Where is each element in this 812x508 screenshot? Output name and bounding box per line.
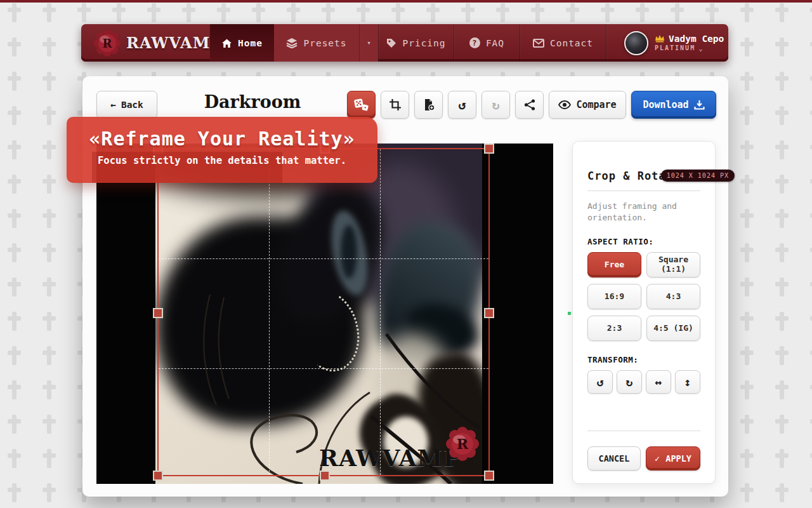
banner-subtitle: Focus strictly on the details that matte… bbox=[67, 155, 377, 166]
crop-handle-bottom-center[interactable] bbox=[320, 471, 330, 481]
flip-horizontal-icon: ↔ bbox=[655, 375, 662, 389]
rotate-left-icon: ↺ bbox=[597, 375, 604, 389]
brand-name: RAWVAMP bbox=[126, 34, 222, 52]
presets-dropdown-caret[interactable]: ▾ bbox=[359, 24, 378, 62]
page-title: Darkroom bbox=[195, 92, 310, 112]
undo-icon: ↺ bbox=[458, 97, 466, 112]
flip-vertical-icon: ↕ bbox=[684, 375, 691, 389]
editor-canvas: RAWVAMP R bbox=[96, 144, 553, 484]
crop-grid-line bbox=[380, 149, 381, 475]
panel-description: Adjust framing and orientation. bbox=[587, 201, 700, 223]
random-preset-button[interactable] bbox=[347, 91, 376, 119]
envelope-icon bbox=[533, 39, 544, 48]
banner-title: «Reframe Your Reality» bbox=[67, 128, 377, 150]
divider bbox=[587, 431, 700, 431]
aspect-4-5-ig-button[interactable]: 4:5 (IG) bbox=[646, 316, 700, 341]
crop-handle-middle-left[interactable] bbox=[153, 308, 163, 318]
crop-rotate-panel: Crop & Rotate 1024 X 1024 PX Adjust fram… bbox=[572, 141, 716, 484]
crop-tool-button[interactable] bbox=[381, 91, 409, 119]
svg-text:R: R bbox=[103, 37, 113, 50]
back-arrow-icon: ← bbox=[110, 100, 116, 110]
flip-vertical-button[interactable]: ↕ bbox=[675, 370, 700, 394]
aspect-free-button[interactable]: Free bbox=[587, 252, 641, 277]
brand-logo[interactable]: R RAWVAMP bbox=[81, 24, 210, 62]
image-size-badge: 1024 X 1024 PX bbox=[661, 170, 735, 182]
home-icon bbox=[221, 38, 232, 48]
crop-handle-middle-right[interactable] bbox=[484, 308, 494, 318]
aspect-ratio-label: ASPECT RATIO: bbox=[587, 237, 700, 246]
undo-button[interactable]: ↺ bbox=[448, 91, 476, 119]
cancel-button[interactable]: CANCEL bbox=[587, 446, 641, 471]
layers-icon bbox=[286, 37, 298, 48]
crop-grid-line bbox=[159, 258, 488, 259]
redo-button[interactable]: ↻ bbox=[481, 91, 510, 119]
compare-button[interactable]: Compare bbox=[549, 91, 626, 119]
rotate-right-icon: ↻ bbox=[626, 375, 633, 389]
rotate-right-button[interactable]: ↻ bbox=[617, 370, 642, 394]
transform-buttons: ↺ ↻ ↔ ↕ bbox=[587, 370, 700, 394]
crown-icon bbox=[655, 34, 665, 43]
aspect-16-9-button[interactable]: 16:9 bbox=[587, 284, 641, 309]
top-accent-strip bbox=[0, 0, 812, 3]
download-button[interactable]: Download bbox=[631, 91, 716, 119]
download-icon bbox=[694, 100, 705, 110]
redo-icon: ↻ bbox=[492, 97, 499, 112]
nav-item-presets[interactable]: Presets bbox=[274, 24, 359, 62]
divider bbox=[587, 190, 700, 191]
crop-handle-bottom-left[interactable] bbox=[153, 471, 163, 481]
rotate-left-button[interactable]: ↺ bbox=[587, 370, 613, 394]
user-tier: PLATINUM bbox=[655, 44, 695, 53]
toolbar: ↺ ↻ Compare Download bbox=[347, 91, 716, 119]
crop-icon bbox=[389, 98, 402, 111]
aspect-square-button[interactable]: Square (1:1) bbox=[646, 252, 700, 277]
chevron-down-icon: ⌄ bbox=[698, 44, 704, 53]
user-avatar bbox=[624, 31, 648, 55]
aspect-2-3-button[interactable]: 2:3 bbox=[587, 316, 641, 341]
nav-item-faq[interactable]: ? FAQ bbox=[454, 24, 520, 62]
question-circle-icon: ? bbox=[469, 37, 480, 48]
back-button[interactable]: ← Back bbox=[96, 91, 157, 119]
apply-button[interactable]: ✓ APPLY bbox=[646, 446, 700, 471]
crop-handle-bottom-right[interactable] bbox=[484, 471, 494, 481]
share-icon bbox=[523, 98, 536, 111]
user-menu[interactable]: Vadym Cepo PLATINUM ⌄ bbox=[606, 24, 728, 62]
caret-down-icon: ▾ bbox=[367, 39, 371, 47]
crop-grid-line bbox=[269, 149, 270, 475]
aspect-4-3-button[interactable]: 4:3 bbox=[646, 284, 700, 309]
share-button[interactable] bbox=[515, 91, 544, 119]
nav-item-pricing[interactable]: Pricing bbox=[379, 24, 454, 62]
eye-icon bbox=[558, 100, 571, 109]
promo-banner: «Reframe Your Reality» Focus strictly on… bbox=[67, 117, 377, 183]
file-plus-icon bbox=[422, 98, 435, 111]
nav-item-contact[interactable]: Contact bbox=[520, 24, 606, 62]
nav-item-home[interactable]: Home bbox=[210, 24, 274, 62]
copy-file-button[interactable] bbox=[414, 91, 443, 119]
crop-selection[interactable] bbox=[157, 148, 490, 476]
main-navbar: R RAWVAMP Home Presets ▾ Pri bbox=[81, 24, 728, 62]
crop-grid-line bbox=[159, 368, 488, 369]
dice-icon bbox=[353, 97, 370, 112]
transform-label: TRANSFORM: bbox=[587, 355, 700, 364]
crop-handle-top-right[interactable] bbox=[484, 144, 494, 154]
stray-green-dot bbox=[568, 312, 571, 315]
tag-icon bbox=[386, 38, 396, 48]
user-name: Vadym Cepo bbox=[669, 33, 724, 44]
aspect-ratio-options: Free Square (1:1) 16:9 4:3 2:3 4:5 (IG) bbox=[587, 252, 700, 341]
flip-horizontal-button[interactable]: ↔ bbox=[646, 370, 671, 394]
check-icon: ✓ bbox=[655, 453, 660, 464]
wax-seal-logo-icon: R bbox=[94, 30, 121, 57]
